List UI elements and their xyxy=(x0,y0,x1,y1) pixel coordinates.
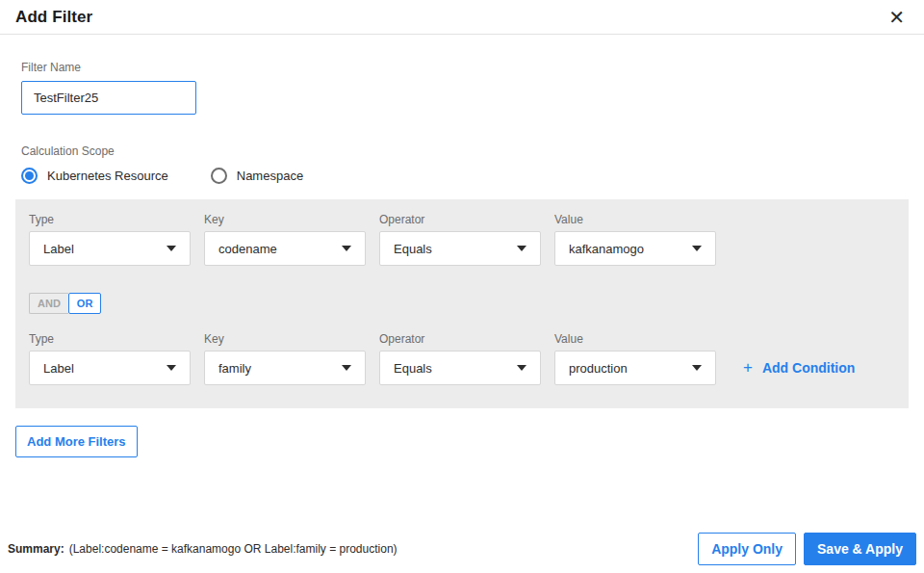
close-icon[interactable]: ✕ xyxy=(885,6,909,29)
footer-actions: Apply Only Save & Apply xyxy=(698,533,916,565)
and-toggle-button[interactable]: AND xyxy=(29,293,68,314)
dropdown-value: codename xyxy=(218,242,277,256)
operator-dropdown[interactable]: Equals xyxy=(379,351,541,385)
operator-column-label: Operator xyxy=(379,332,541,346)
key-dropdown[interactable]: codename xyxy=(204,231,366,266)
summary-text: (Label:codename = kafkanamogo OR Label:f… xyxy=(69,542,398,556)
chevron-down-icon xyxy=(692,365,702,371)
conditions-panel: Type Label Key codename Operator Equals xyxy=(15,199,909,408)
radio-unselected-icon xyxy=(211,168,227,184)
chevron-down-icon xyxy=(342,246,351,251)
save-apply-button[interactable]: Save & Apply xyxy=(804,533,916,565)
operator-column-label: Operator xyxy=(379,213,541,226)
dropdown-value: family xyxy=(218,361,251,376)
summary: Summary:(Label:codename = kafkanamogo OR… xyxy=(8,542,398,556)
chevron-down-icon xyxy=(167,246,176,251)
dialog-header: Add Filter ✕ xyxy=(0,0,924,35)
add-filter-dialog: Add Filter ✕ Filter Name Calculation Sco… xyxy=(0,0,924,457)
dropdown-value: Equals xyxy=(394,361,432,376)
operator-dropdown[interactable]: Equals xyxy=(379,231,541,266)
or-toggle-button[interactable]: OR xyxy=(68,293,102,314)
dropdown-value: kafkanamogo xyxy=(569,242,644,256)
dropdown-value: Label xyxy=(43,242,74,256)
key-dropdown[interactable]: family xyxy=(204,351,366,385)
radio-selected-icon xyxy=(21,168,38,184)
condition-row-2: Type Label Key family Operator Equals xyxy=(29,332,895,385)
calculation-scope-options: Kubernetes Resource Namespace xyxy=(21,168,924,184)
dropdown-value: production xyxy=(569,361,628,376)
type-column-label: Type xyxy=(29,213,191,226)
summary-label: Summary: xyxy=(8,542,64,556)
apply-only-button[interactable]: Apply Only xyxy=(698,533,796,565)
type-dropdown[interactable]: Label xyxy=(29,351,191,385)
chevron-down-icon xyxy=(167,365,176,371)
chevron-down-icon xyxy=(692,246,702,251)
dropdown-value: Label xyxy=(43,361,74,376)
condition-row-1: Type Label Key codename Operator Equals xyxy=(29,213,895,266)
radio-label: Namespace xyxy=(237,169,303,183)
add-more-filters-button[interactable]: Add More Filters xyxy=(15,426,138,457)
radio-namespace[interactable]: Namespace xyxy=(211,168,303,184)
type-dropdown[interactable]: Label xyxy=(29,231,191,266)
radio-label: Kubernetes Resource xyxy=(47,169,168,183)
chevron-down-icon xyxy=(342,365,351,371)
add-condition-button[interactable]: + Add Condition xyxy=(743,359,855,376)
value-column-label: Value xyxy=(554,332,716,346)
calculation-scope-label: Calculation Scope xyxy=(21,144,924,158)
value-column-label: Value xyxy=(554,213,716,226)
key-column-label: Key xyxy=(204,332,366,346)
chevron-down-icon xyxy=(517,246,526,251)
value-dropdown[interactable]: kafkanamogo xyxy=(554,231,716,266)
page-title: Add Filter xyxy=(15,8,92,27)
calculation-scope-section: Calculation Scope Kubernetes Resource Na… xyxy=(21,144,924,184)
plus-icon: + xyxy=(743,359,753,376)
chevron-down-icon xyxy=(517,365,526,371)
key-column-label: Key xyxy=(204,213,366,226)
logic-toggle: AND OR xyxy=(29,293,895,314)
type-column-label: Type xyxy=(29,332,191,346)
value-dropdown[interactable]: production xyxy=(554,351,716,385)
filter-name-label: Filter Name xyxy=(21,61,924,74)
filter-name-section: Filter Name xyxy=(21,61,924,115)
dropdown-value: Equals xyxy=(394,242,432,256)
radio-kubernetes-resource[interactable]: Kubernetes Resource xyxy=(21,168,168,184)
dialog-footer: Summary:(Label:codename = kafkanamogo OR… xyxy=(0,533,924,565)
filter-name-input[interactable] xyxy=(21,81,196,115)
add-condition-label: Add Condition xyxy=(762,360,855,376)
